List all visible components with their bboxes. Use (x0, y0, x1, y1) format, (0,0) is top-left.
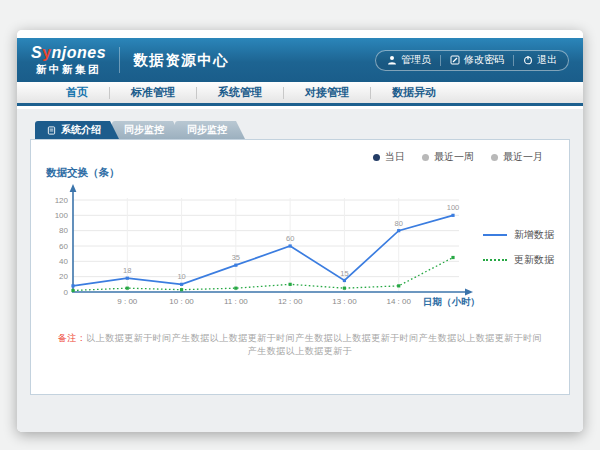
pill-separator (513, 55, 514, 66)
power-icon (523, 55, 533, 65)
footnote-text: 以上数据更新于时间产生数据以上数据更新于时间产生数据以上数据更新于时间产生数据以… (86, 333, 542, 356)
logout-label: 退出 (537, 53, 557, 67)
legend-item-update-data: 更新数据 (483, 253, 554, 267)
company-logo: Synjones 新中新集团 (31, 45, 106, 75)
nav-item-standard-mgmt[interactable]: 标准管理 (110, 85, 196, 100)
svg-text:12 : 00: 12 : 00 (278, 297, 303, 306)
radio-dot (491, 154, 498, 161)
filter-label: 最近一周 (434, 150, 474, 164)
filter-label: 当日 (385, 150, 405, 164)
legend-line-dotted (483, 259, 507, 261)
change-password-button[interactable]: 修改密码 (450, 53, 504, 67)
window-top-strip (17, 30, 583, 38)
svg-text:20: 20 (59, 272, 68, 281)
svg-text:13 : 00: 13 : 00 (332, 297, 357, 306)
footnote-label: 备注： (58, 333, 87, 343)
user-menu-admin[interactable]: 管理员 (387, 53, 431, 67)
footnote: 备注：以上数据更新于时间产生数据以上数据更新于时间产生数据以上数据更新于时间产生… (31, 332, 569, 358)
document-icon (47, 126, 56, 135)
page-title: 数据资源中心 (133, 51, 229, 70)
svg-text:日期（小时）: 日期（小时） (423, 296, 480, 308)
y-axis-title: 数据交换（条） (46, 166, 120, 180)
nav-item-data-change[interactable]: 数据异动 (371, 85, 457, 100)
svg-text:80: 80 (59, 226, 68, 235)
svg-text:0: 0 (64, 288, 69, 297)
radio-dot (373, 154, 380, 161)
user-menu-label: 管理员 (401, 53, 431, 67)
tab-label: 系统介绍 (61, 121, 101, 139)
app-header: Synjones 新中新集团 数据资源中心 管理员 修改密码 退出 (17, 38, 583, 82)
svg-text:40: 40 (59, 257, 68, 266)
svg-text:10: 10 (177, 272, 185, 281)
desktop-background: Synjones 新中新集团 数据资源中心 管理员 修改密码 退出 (0, 0, 600, 450)
svg-text:60: 60 (59, 242, 68, 251)
svg-text:100: 100 (55, 211, 69, 220)
nav-item-home[interactable]: 首页 (45, 85, 109, 100)
brand-name: Synjones (31, 45, 106, 61)
svg-text:60: 60 (286, 234, 294, 243)
chart-panel: 当日 最近一周 最近一月 数据交换（条） 0204060801001209 : … (30, 139, 570, 395)
svg-text:100: 100 (447, 203, 460, 212)
filter-last-month[interactable]: 最近一月 (491, 150, 543, 164)
svg-text:15: 15 (340, 269, 348, 278)
legend-label: 更新数据 (514, 253, 554, 267)
main-nav: 首页 标准管理 系统管理 对接管理 数据异动 (17, 82, 583, 106)
brand-subtitle: 新中新集团 (36, 64, 101, 75)
svg-text:10 : 00: 10 : 00 (169, 297, 194, 306)
svg-text:18: 18 (123, 266, 131, 275)
svg-text:80: 80 (395, 219, 403, 228)
brand-accent-letter: y (42, 44, 51, 61)
edit-icon (450, 55, 460, 65)
chart-legend: 新增数据 更新数据 (483, 228, 554, 267)
filter-last-week[interactable]: 最近一周 (422, 150, 474, 164)
line-chart: 0204060801001209 : 0010 : 0011 : 0012 : … (37, 182, 482, 336)
content-area: 系统介绍 同步监控 同步监控 当日 最近一周 (17, 109, 583, 432)
change-password-label: 修改密码 (464, 53, 504, 67)
chart-svg: 0204060801001209 : 0010 : 0011 : 0012 : … (37, 182, 482, 332)
svg-text:11 : 00: 11 : 00 (224, 297, 248, 306)
radio-dot (422, 154, 429, 161)
legend-item-new-data: 新增数据 (483, 228, 554, 242)
pill-separator (440, 55, 441, 66)
svg-text:9 : 00: 9 : 00 (117, 297, 138, 306)
nav-item-connect-mgmt[interactable]: 对接管理 (284, 85, 370, 100)
svg-text:35: 35 (232, 253, 240, 262)
user-menu: 管理员 修改密码 退出 (375, 50, 569, 71)
filter-label: 最近一月 (503, 150, 543, 164)
legend-line-solid (483, 234, 507, 236)
app-window: Synjones 新中新集团 数据资源中心 管理员 修改密码 退出 (17, 30, 583, 432)
tab-bar: 系统介绍 同步监控 同步监控 (35, 121, 570, 139)
svg-text:14 : 00: 14 : 00 (386, 297, 411, 306)
tab-sync-monitor-2[interactable]: 同步监控 (175, 121, 245, 139)
nav-item-system-mgmt[interactable]: 系统管理 (197, 85, 283, 100)
svg-text:120: 120 (55, 196, 69, 205)
logout-button[interactable]: 退出 (523, 53, 557, 67)
filter-today[interactable]: 当日 (373, 150, 405, 164)
time-range-filters: 当日 最近一周 最近一月 (373, 150, 543, 164)
tab-system-intro[interactable]: 系统介绍 (35, 121, 119, 139)
tab-sync-monitor-1[interactable]: 同步监控 (112, 121, 182, 139)
user-icon (387, 55, 397, 65)
header-divider (119, 47, 120, 73)
legend-label: 新增数据 (514, 228, 554, 242)
